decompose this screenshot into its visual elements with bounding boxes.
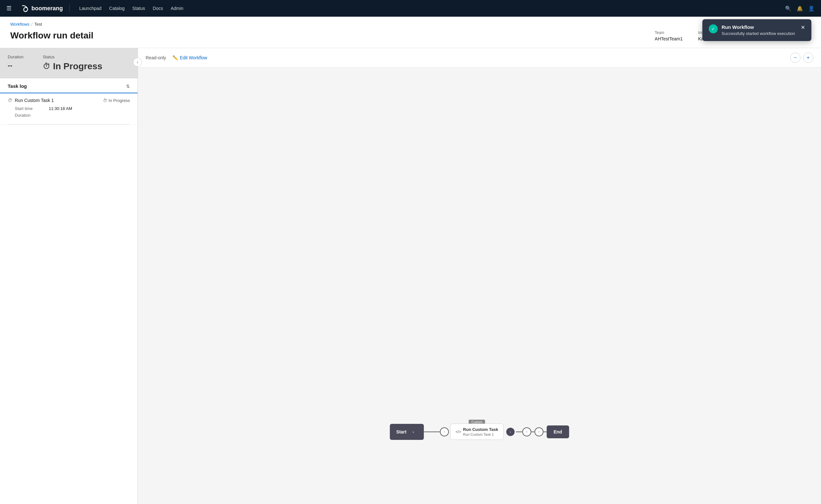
duration-label: Duration [8, 55, 23, 59]
page-header: Workflows / Test Workflow run detail Tea… [0, 17, 821, 48]
task-node-title: Run Custom Task [463, 427, 498, 432]
header-main: Workflow run detail Team AHTestTeam1 Ini… [10, 30, 811, 41]
workflow-start-node: Start › [390, 424, 424, 440]
logo: boomerang [21, 4, 70, 12]
start-time-value: 11:30:18 AM [49, 106, 72, 111]
zoom-in-button[interactable]: + [803, 53, 813, 63]
task-list: ⏱ Run Custom Task 1 ⏱ In Progress Start … [0, 93, 138, 504]
nav-admin[interactable]: Admin [171, 6, 183, 11]
task-item: ⏱ Run Custom Task 1 ⏱ In Progress Start … [0, 93, 138, 124]
task-status-icon: ⏱ [103, 98, 107, 103]
nav-status[interactable]: Status [132, 6, 145, 11]
boomerang-logo-icon [21, 4, 29, 12]
canvas-area: Read-only ✏️ Edit Workflow − + Start › [138, 48, 821, 504]
task-code-icon: </> [455, 430, 461, 434]
task-node-text: Run Custom Task Run Custom Task 1 [463, 427, 498, 436]
start-time-label: Start time [15, 106, 44, 111]
sidebar-collapse-button[interactable]: ‹ [133, 58, 142, 67]
logo-text: boomerang [31, 5, 63, 12]
meta-team: Team AHTestTeam1 [655, 30, 683, 41]
search-icon[interactable]: 🔍 [785, 5, 791, 12]
meta-team-value: AHTestTeam1 [655, 36, 683, 41]
nav-launchpad[interactable]: Launchpad [79, 6, 101, 11]
task-name-row: ⏱ Run Custom Task 1 [8, 98, 54, 103]
status-row: Duration -- Status ⏱ In Progress [8, 55, 130, 71]
breadcrumb: Workflows / Test [10, 22, 811, 27]
edit-workflow-button[interactable]: ✏️ Edit Workflow [173, 55, 207, 60]
readonly-label: Read-only [146, 55, 166, 60]
task-node-container: Custom </> Run Custom Task Run Custom Ta… [450, 424, 504, 440]
task-log-header: Task log ⇅ [0, 78, 138, 93]
workflow-task-node[interactable]: </> Run Custom Task Run Custom Task 1 [450, 424, 504, 440]
status-label: Status [43, 55, 102, 59]
task-node-content: </> Run Custom Task Run Custom Task 1 [455, 427, 498, 436]
workflow-end-node: End [546, 425, 569, 438]
sidebar-divider [8, 124, 130, 125]
task-status-text: In Progress [109, 98, 130, 103]
connector-circle-1: › [440, 427, 449, 436]
hamburger-menu[interactable]: ☰ [6, 5, 12, 12]
status-section: Status ⏱ In Progress [43, 55, 102, 71]
connector-circle-2: › [522, 427, 531, 436]
task-log-title: Task log [8, 83, 27, 89]
connector-line-2 [516, 432, 522, 432]
task-details: Start time 11:30:18 AM Duration [8, 106, 130, 118]
connector-line-3 [531, 432, 534, 432]
breadcrumb-current: Test [34, 22, 42, 27]
top-navigation: ☰ boomerang Launchpad Catalog Status Doc… [0, 0, 821, 17]
breadcrumb-separator: / [31, 22, 33, 27]
toast-message: Successfully started workflow execution [722, 31, 797, 36]
meta-team-label: Team [655, 30, 683, 35]
notification-toast: ✓ Run Workflow Successfully started work… [702, 19, 811, 41]
left-sidebar: Duration -- Status ⏱ In Progress ‹ Task … [0, 48, 138, 504]
start-arrow-button[interactable]: › [409, 428, 417, 436]
start-label: Start [396, 429, 407, 434]
canvas-zoom-controls: − + [790, 53, 813, 63]
toast-check-icon: ✓ [709, 24, 718, 33]
task-name: Run Custom Task 1 [15, 98, 54, 103]
page-title: Workflow run detail [10, 30, 93, 41]
toast-close-button[interactable]: ✕ [801, 24, 805, 30]
nav-links: Launchpad Catalog Status Docs Admin [79, 6, 183, 11]
task-detail-starttime: Start time 11:30:18 AM [15, 106, 130, 111]
edit-pencil-icon: ✏️ [173, 55, 178, 60]
connector-circle-3: › [534, 427, 543, 436]
status-in-progress: ⏱ In Progress [43, 61, 102, 71]
task-detail-duration: Duration [15, 113, 130, 118]
nav-icon-group: 🔍 🔔 👤 [785, 5, 815, 12]
page-layout: Workflows / Test Workflow run detail Tea… [0, 17, 821, 504]
sidebar-status-area: Duration -- Status ⏱ In Progress [0, 48, 138, 78]
timer-icon: ⏱ [43, 62, 50, 71]
connector-line-4 [543, 432, 546, 432]
zoom-out-button[interactable]: − [790, 53, 800, 63]
task-status-badge: ⏱ In Progress [103, 98, 130, 103]
duration-section: Duration -- [8, 55, 23, 70]
edit-workflow-label: Edit Workflow [180, 55, 207, 60]
status-in-progress-text: In Progress [53, 61, 102, 71]
workflow-canvas: Start › › Custom [138, 68, 821, 504]
canvas-toolbar: Read-only ✏️ Edit Workflow − + [138, 48, 821, 68]
duration-detail-label: Duration [15, 113, 44, 118]
content-area: Duration -- Status ⏱ In Progress ‹ Task … [0, 48, 821, 504]
task-arrow-button[interactable]: › [506, 428, 514, 436]
breadcrumb-workflows-link[interactable]: Workflows [10, 22, 30, 27]
nav-docs[interactable]: Docs [153, 6, 163, 11]
task-item-header: ⏱ Run Custom Task 1 ⏱ In Progress [8, 98, 130, 103]
toast-title: Run Workflow [722, 24, 797, 30]
task-clock-icon: ⏱ [8, 98, 12, 103]
connector-line-1 [424, 432, 440, 432]
sort-icon[interactable]: ⇅ [126, 84, 130, 89]
user-icon[interactable]: 👤 [808, 5, 815, 12]
notifications-icon[interactable]: 🔔 [797, 5, 803, 12]
workflow-diagram: Start › › Custom [390, 424, 569, 440]
task-node-subtitle: Run Custom Task 1 [463, 433, 498, 436]
nav-catalog[interactable]: Catalog [109, 6, 124, 11]
duration-value: -- [8, 61, 23, 70]
toast-content: Run Workflow Successfully started workfl… [722, 24, 797, 36]
